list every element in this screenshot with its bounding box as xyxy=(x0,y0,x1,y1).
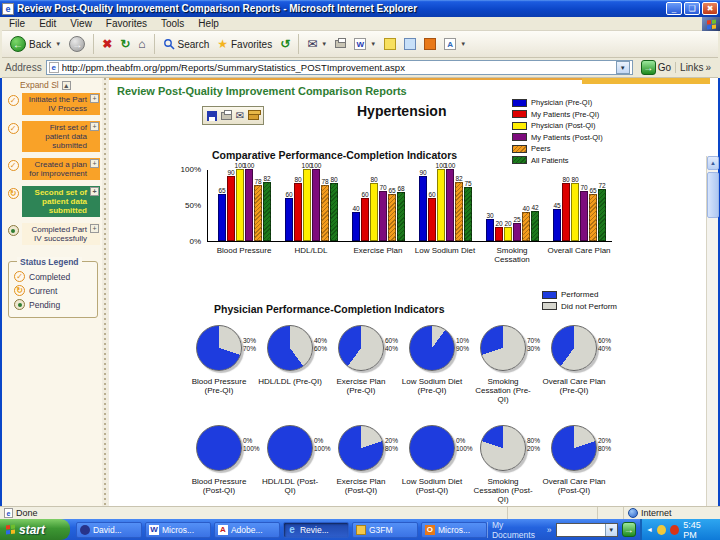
print-button[interactable] xyxy=(331,33,350,55)
quickbar-chevron-icon: » xyxy=(547,525,552,535)
sidebar-step[interactable]: ✓+First set of patient data submitted xyxy=(4,121,102,152)
step-box[interactable]: +Created a plan for improvement xyxy=(22,158,100,180)
bar-category-label: HDL/LDL xyxy=(279,246,343,255)
bar-value-label: 90 xyxy=(419,169,426,176)
research-dropdown-icon[interactable]: ▼ xyxy=(460,41,466,47)
pie-legend-entry: Performed xyxy=(542,290,617,299)
save-icon[interactable] xyxy=(207,111,217,121)
bar-wrap: 82 xyxy=(263,175,271,241)
taskbar-address-input[interactable]: ▼ xyxy=(556,523,618,537)
mail-button[interactable]: ✉ ▼ xyxy=(303,33,331,55)
sidebar-step[interactable]: ✓+Initiated the Part IV Process xyxy=(4,93,102,115)
address-url: http://ppm.theabfm.org/ppm/Reports/Summa… xyxy=(62,62,616,73)
start-button[interactable]: start xyxy=(0,519,70,540)
step-label: Created a plan for improvement xyxy=(24,160,97,178)
bar-wrap: 65 xyxy=(388,187,396,241)
quick-launch-address[interactable]: My Documents » xyxy=(487,522,556,538)
pie-legend-entry: Did not Perform xyxy=(542,302,617,311)
bar-wrap: 45 xyxy=(553,202,561,241)
status-left: e Done xyxy=(0,507,508,520)
stop-button[interactable]: ✖ xyxy=(98,33,116,55)
mail-dropdown-icon[interactable]: ▼ xyxy=(321,41,327,47)
taskbar-go-icon[interactable]: → xyxy=(622,522,636,537)
sidebar-step[interactable]: ✓+Created a plan for improvement xyxy=(4,158,102,180)
links-toolbar[interactable]: Links » xyxy=(675,62,715,73)
close-button[interactable]: ✖ xyxy=(702,2,718,15)
sidebar-step[interactable]: ↻+Second set of patient data submitted xyxy=(4,186,102,217)
favorites-button[interactable]: ★ Favorites xyxy=(213,33,276,55)
address-dropdown-icon[interactable]: ▼ xyxy=(616,61,630,74)
step-expand-icon[interactable]: + xyxy=(90,159,99,168)
pie-label: Exercise Plan (Pre-QI) xyxy=(328,377,394,395)
step-status-column: ✓ xyxy=(4,93,22,115)
expand-toggle-icon[interactable]: ▲ xyxy=(62,81,71,90)
refresh-button[interactable]: ↻ xyxy=(116,33,134,55)
go-button[interactable]: → Go xyxy=(641,60,671,75)
menu-favorites[interactable]: Favorites xyxy=(99,18,154,29)
taskbar-button[interactable]: David... xyxy=(76,522,142,538)
bar xyxy=(379,191,387,241)
address-input[interactable]: e http://ppm.theabfm.org/ppm/Reports/Sum… xyxy=(46,60,633,75)
expand-header[interactable]: Expand Sl ▲ xyxy=(2,78,102,93)
sidebar-step[interactable]: +Completed Part IV successfully xyxy=(4,223,102,245)
menu-help[interactable]: Help xyxy=(191,18,226,29)
start-label: start xyxy=(19,523,45,537)
sidebar-scrollbar[interactable] xyxy=(102,78,109,506)
restore-button[interactable]: ❏ xyxy=(684,2,700,15)
menu-file[interactable]: File xyxy=(2,18,32,29)
menu-edit[interactable]: Edit xyxy=(32,18,63,29)
tray-icon-2[interactable] xyxy=(670,525,679,535)
taskbar-button[interactable]: OMicros... xyxy=(421,522,487,538)
page-title: Review Post-Quality Improvement Comparis… xyxy=(117,85,407,97)
step-expand-icon[interactable]: + xyxy=(90,187,99,196)
tray-chevron-icon[interactable]: ◄ xyxy=(646,526,653,533)
taskbar-button[interactable]: WMicros... xyxy=(145,522,211,538)
person-icon xyxy=(80,525,90,535)
back-button[interactable]: ← Back ▼ xyxy=(6,33,65,55)
messenger-button[interactable] xyxy=(420,33,440,55)
export-icon[interactable] xyxy=(248,112,259,120)
taskbar-button[interactable]: AAdobe... xyxy=(214,522,280,538)
discuss-button[interactable] xyxy=(400,33,420,55)
vertical-scrollbar[interactable]: ▲ ▼ xyxy=(706,156,718,540)
taskbar-button[interactable]: eRevie... xyxy=(283,522,349,538)
ie-icon: e xyxy=(287,525,297,535)
bar-wrap: 80 xyxy=(330,176,338,241)
browser-viewport: Expand Sl ▲ ✓+Initiated the Part IV Proc… xyxy=(0,78,720,506)
clock: 5:45 PM xyxy=(683,520,714,540)
scrollbar-thumb[interactable] xyxy=(707,172,719,218)
menu-view[interactable]: View xyxy=(63,18,99,29)
step-box[interactable]: +Completed Part IV successfully xyxy=(22,223,100,245)
taskbar-address-dropdown-icon[interactable]: ▼ xyxy=(605,524,617,536)
home-button[interactable]: ⌂ xyxy=(134,33,149,55)
print-report-icon[interactable] xyxy=(221,112,232,120)
step-expand-icon[interactable]: + xyxy=(90,94,99,103)
bar-value-label: 65 xyxy=(589,187,596,194)
taskbar-button[interactable]: G3FM xyxy=(352,522,418,538)
edit-dropdown-icon[interactable]: ▼ xyxy=(370,41,376,47)
edit-button[interactable]: W ▼ xyxy=(350,33,380,55)
research-button[interactable]: A ▼ xyxy=(440,33,470,55)
back-dropdown-icon[interactable]: ▼ xyxy=(55,41,61,47)
step-box[interactable]: +Second set of patient data submitted xyxy=(22,186,100,217)
step-box[interactable]: +Initiated the Part IV Process xyxy=(22,93,100,115)
bar-value-label: 30 xyxy=(486,212,493,219)
bar-group: 458080706572 xyxy=(553,176,606,241)
pie-chart-title: Physician Performance-Completion Indicat… xyxy=(214,303,444,315)
step-expand-icon[interactable]: + xyxy=(90,122,99,131)
forward-button[interactable]: → xyxy=(65,33,89,55)
menu-tools[interactable]: Tools xyxy=(154,18,191,29)
scroll-up-icon[interactable]: ▲ xyxy=(707,156,719,170)
step-expand-icon[interactable]: + xyxy=(90,224,99,233)
notes-button[interactable] xyxy=(380,33,400,55)
minimize-button[interactable]: _ xyxy=(666,2,682,15)
tray-icon-1[interactable] xyxy=(657,525,666,535)
step-box[interactable]: +First set of patient data submitted xyxy=(22,121,100,152)
pie-legend-label: Did not Perform xyxy=(561,302,617,311)
bar-wrap: 60 xyxy=(361,191,369,241)
mail-report-icon[interactable]: ✉ xyxy=(236,110,244,122)
history-button[interactable]: ↺ xyxy=(276,33,294,55)
status-legend-title: Status Legend xyxy=(17,257,82,267)
search-button[interactable]: Search xyxy=(159,33,214,55)
pie-label: Exercise Plan (Post-QI) xyxy=(328,477,394,495)
